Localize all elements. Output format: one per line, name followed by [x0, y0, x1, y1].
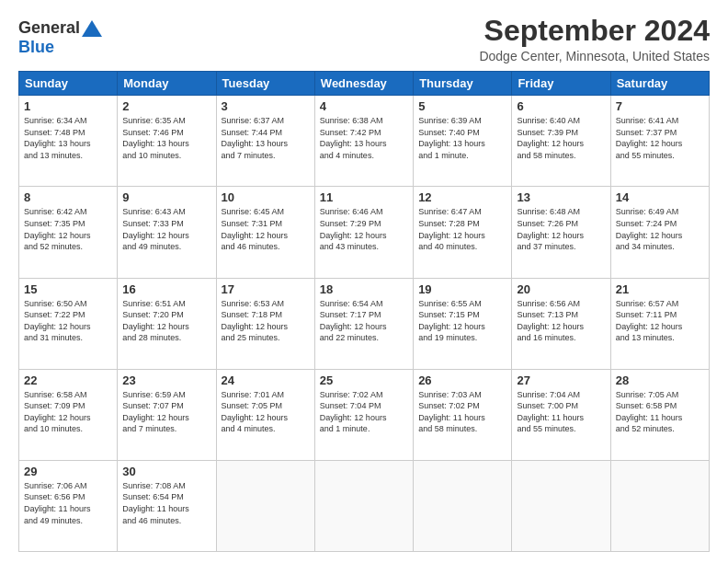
day-cell: 8 Sunrise: 6:42 AMSunset: 7:35 PMDayligh…: [19, 187, 118, 278]
day-info: Sunrise: 6:53 AMSunset: 7:18 PMDaylight:…: [222, 298, 310, 344]
col-monday: Monday: [118, 72, 216, 96]
logo-blue-text: Blue: [18, 38, 54, 57]
day-info: Sunrise: 6:58 AMSunset: 7:09 PMDaylight:…: [24, 389, 112, 435]
day-number: 6: [517, 99, 605, 113]
svg-marker-0: [82, 20, 102, 37]
day-number: 14: [616, 190, 704, 204]
day-cell-empty: [314, 460, 413, 551]
day-info: Sunrise: 6:43 AMSunset: 7:33 PMDaylight:…: [122, 206, 210, 252]
day-number: 12: [418, 190, 506, 204]
day-cell: 30 Sunrise: 7:08 AMSunset: 6:54 PMDaylig…: [118, 460, 216, 551]
day-number: 7: [616, 99, 704, 113]
day-info: Sunrise: 6:35 AMSunset: 7:46 PMDaylight:…: [122, 115, 210, 161]
day-cell: 21 Sunrise: 6:57 AMSunset: 7:11 PMDaylig…: [610, 278, 709, 369]
calendar-table: Sunday Monday Tuesday Wednesday Thursday…: [18, 71, 710, 552]
day-number: 18: [320, 282, 408, 296]
day-info: Sunrise: 7:02 AMSunset: 7:04 PMDaylight:…: [320, 389, 408, 435]
logo: General Blue: [18, 15, 102, 57]
col-sunday: Sunday: [19, 72, 118, 96]
day-info: Sunrise: 6:40 AMSunset: 7:39 PMDaylight:…: [517, 115, 605, 161]
table-row: 29 Sunrise: 7:06 AMSunset: 6:56 PMDaylig…: [19, 460, 710, 551]
day-cell: 4 Sunrise: 6:38 AMSunset: 7:42 PMDayligh…: [314, 96, 413, 187]
day-info: Sunrise: 6:57 AMSunset: 7:11 PMDaylight:…: [616, 298, 704, 344]
day-cell: 9 Sunrise: 6:43 AMSunset: 7:33 PMDayligh…: [118, 187, 216, 278]
day-number: 15: [24, 282, 112, 296]
day-cell: 6 Sunrise: 6:40 AMSunset: 7:39 PMDayligh…: [512, 96, 610, 187]
day-cell: 12 Sunrise: 6:47 AMSunset: 7:28 PMDaylig…: [414, 187, 512, 278]
day-cell: 1 Sunrise: 6:34 AMSunset: 7:48 PMDayligh…: [19, 96, 118, 187]
day-info: Sunrise: 6:50 AMSunset: 7:22 PMDaylight:…: [24, 298, 112, 344]
day-number: 29: [24, 465, 112, 478]
day-info: Sunrise: 7:04 AMSunset: 7:00 PMDaylight:…: [517, 389, 605, 435]
day-cell: 3 Sunrise: 6:37 AMSunset: 7:44 PMDayligh…: [216, 96, 314, 187]
day-info: Sunrise: 7:06 AMSunset: 6:56 PMDaylight:…: [24, 480, 112, 526]
day-info: Sunrise: 7:01 AMSunset: 7:05 PMDaylight:…: [222, 389, 310, 435]
day-cell: 7 Sunrise: 6:41 AMSunset: 7:37 PMDayligh…: [610, 96, 709, 187]
day-cell-empty: [216, 460, 314, 551]
day-info: Sunrise: 6:45 AMSunset: 7:31 PMDaylight:…: [222, 206, 310, 252]
location: Dodge Center, Minnesota, United States: [479, 49, 710, 63]
title-section: September 2024 Dodge Center, Minnesota, …: [479, 15, 710, 63]
table-row: 8 Sunrise: 6:42 AMSunset: 7:35 PMDayligh…: [19, 187, 710, 278]
day-cell-empty: [512, 460, 610, 551]
day-number: 8: [24, 190, 112, 204]
day-cell: 15 Sunrise: 6:50 AMSunset: 7:22 PMDaylig…: [19, 278, 118, 369]
day-info: Sunrise: 6:38 AMSunset: 7:42 PMDaylight:…: [320, 115, 408, 161]
logo-text: General: [18, 18, 102, 38]
day-number: 25: [320, 373, 408, 387]
day-cell: 25 Sunrise: 7:02 AMSunset: 7:04 PMDaylig…: [314, 369, 413, 460]
page: General Blue September 2024 Dodge Center…: [0, 0, 728, 563]
day-number: 21: [616, 282, 704, 296]
day-info: Sunrise: 6:37 AMSunset: 7:44 PMDaylight:…: [222, 115, 310, 161]
day-number: 20: [517, 282, 605, 296]
day-cell: 28 Sunrise: 7:05 AMSunset: 6:58 PMDaylig…: [610, 369, 709, 460]
table-row: 15 Sunrise: 6:50 AMSunset: 7:22 PMDaylig…: [19, 278, 710, 369]
day-number: 1: [24, 99, 112, 113]
day-info: Sunrise: 6:47 AMSunset: 7:28 PMDaylight:…: [418, 206, 506, 252]
col-tuesday: Tuesday: [216, 72, 314, 96]
day-info: Sunrise: 6:51 AMSunset: 7:20 PMDaylight:…: [122, 298, 210, 344]
day-number: 16: [122, 282, 210, 296]
day-number: 11: [320, 190, 408, 204]
day-cell: 2 Sunrise: 6:35 AMSunset: 7:46 PMDayligh…: [118, 96, 216, 187]
day-number: 5: [418, 99, 506, 113]
day-info: Sunrise: 6:59 AMSunset: 7:07 PMDaylight:…: [122, 389, 210, 435]
col-friday: Friday: [512, 72, 610, 96]
day-info: Sunrise: 6:56 AMSunset: 7:13 PMDaylight:…: [517, 298, 605, 344]
day-info: Sunrise: 6:46 AMSunset: 7:29 PMDaylight:…: [320, 206, 408, 252]
day-cell: 22 Sunrise: 6:58 AMSunset: 7:09 PMDaylig…: [19, 369, 118, 460]
col-saturday: Saturday: [610, 72, 709, 96]
day-number: 23: [122, 373, 210, 387]
day-cell: 11 Sunrise: 6:46 AMSunset: 7:29 PMDaylig…: [314, 187, 413, 278]
day-cell: 17 Sunrise: 6:53 AMSunset: 7:18 PMDaylig…: [216, 278, 314, 369]
day-info: Sunrise: 6:54 AMSunset: 7:17 PMDaylight:…: [320, 298, 408, 344]
day-number: 24: [222, 373, 310, 387]
day-info: Sunrise: 6:55 AMSunset: 7:15 PMDaylight:…: [418, 298, 506, 344]
day-cell: 14 Sunrise: 6:49 AMSunset: 7:24 PMDaylig…: [610, 187, 709, 278]
calendar-header-row: Sunday Monday Tuesday Wednesday Thursday…: [19, 72, 710, 96]
day-number: 4: [320, 99, 408, 113]
day-number: 26: [418, 373, 506, 387]
day-number: 2: [122, 99, 210, 113]
day-info: Sunrise: 7:05 AMSunset: 6:58 PMDaylight:…: [616, 389, 704, 435]
col-wednesday: Wednesday: [314, 72, 413, 96]
day-info: Sunrise: 6:49 AMSunset: 7:24 PMDaylight:…: [616, 206, 704, 252]
header: General Blue September 2024 Dodge Center…: [18, 15, 710, 63]
day-cell: 23 Sunrise: 6:59 AMSunset: 7:07 PMDaylig…: [118, 369, 216, 460]
day-info: Sunrise: 6:41 AMSunset: 7:37 PMDaylight:…: [616, 115, 704, 161]
day-info: Sunrise: 6:48 AMSunset: 7:26 PMDaylight:…: [517, 206, 605, 252]
col-thursday: Thursday: [414, 72, 512, 96]
day-cell: 16 Sunrise: 6:51 AMSunset: 7:20 PMDaylig…: [118, 278, 216, 369]
day-cell: 5 Sunrise: 6:39 AMSunset: 7:40 PMDayligh…: [414, 96, 512, 187]
day-cell: 27 Sunrise: 7:04 AMSunset: 7:00 PMDaylig…: [512, 369, 610, 460]
day-cell: 29 Sunrise: 7:06 AMSunset: 6:56 PMDaylig…: [19, 460, 118, 551]
day-info: Sunrise: 6:42 AMSunset: 7:35 PMDaylight:…: [24, 206, 112, 252]
day-cell: 13 Sunrise: 6:48 AMSunset: 7:26 PMDaylig…: [512, 187, 610, 278]
day-number: 13: [517, 190, 605, 204]
day-number: 17: [222, 282, 310, 296]
day-number: 22: [24, 373, 112, 387]
day-number: 27: [517, 373, 605, 387]
day-cell: 10 Sunrise: 6:45 AMSunset: 7:31 PMDaylig…: [216, 187, 314, 278]
day-cell-empty: [610, 460, 709, 551]
logo-general: General: [18, 18, 80, 38]
